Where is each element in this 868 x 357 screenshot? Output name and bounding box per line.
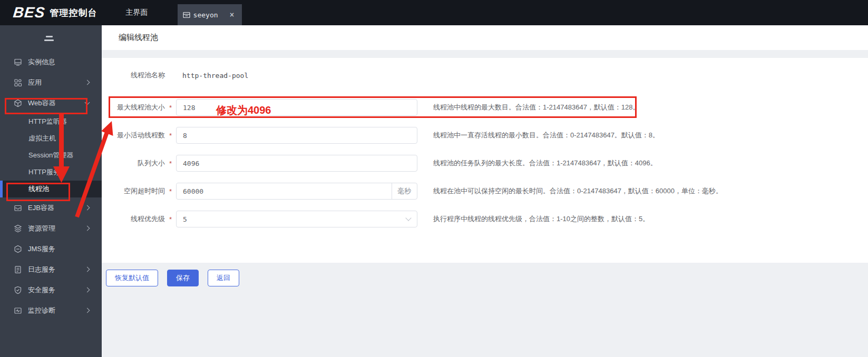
field-label: 线程池名称 (106, 71, 165, 80)
chevron-right-icon (85, 308, 90, 313)
sidebar-item-session-manager[interactable]: Session管理器 (0, 147, 102, 164)
form-row-idle-timeout: 空闲超时时间 * 毫秒 线程在池中可以保持空闲的最长时间。合法值：0-21474… (106, 183, 868, 200)
sidebar-item-label: 线程池 (28, 184, 49, 194)
thread-priority-select[interactable]: 5 (176, 211, 417, 227)
chevron-down-icon (85, 100, 90, 105)
thread-pool-name-value: http-thread-pool (176, 72, 248, 80)
min-active-threads-input[interactable] (176, 127, 417, 144)
sidebar-item-label: JMS服务 (28, 244, 102, 254)
sidebar-item-label: HTTP服务 (28, 167, 60, 177)
cube-icon (14, 99, 22, 107)
sidebar-item-label: 资源管理 (28, 224, 85, 233)
topbar: BES 管理控制台 主界面 seeyon × (0, 0, 868, 25)
tab-seeyon-label: seeyon (193, 11, 228, 19)
form-row-thread-priority: 线程优先级 * 5 执行程序中线程的线程优先级，合法值：1-10之间的整数，默认… (106, 211, 868, 227)
sidebar-menu: 实例信息 应用 Web容器 HTTP监听器 虚拟主机 Session管理器 HT… (0, 48, 102, 321)
sidebar-item-applications[interactable]: 应用 (0, 72, 102, 93)
chevron-down-icon (405, 215, 411, 221)
form-row-name: 线程池名称 http-thread-pool (106, 71, 868, 80)
chevron-right-icon (85, 205, 90, 211)
required-asterisk: * (165, 132, 176, 140)
back-button[interactable]: 返回 (208, 270, 239, 286)
form-row-max-threads: 最大线程池大小 * 线程池中线程的最大数目。合法值：1-2147483647，默… (106, 99, 868, 116)
sidebar-item-label: EJB容器 (28, 203, 85, 213)
sidebar-item-label: 监控诊断 (28, 306, 85, 315)
bes-logo: BES (12, 4, 46, 21)
chevron-right-icon (85, 287, 90, 293)
selected-value: 5 (183, 215, 406, 223)
tab-seeyon[interactable]: seeyon × (178, 4, 242, 25)
page-title: 编辑线程池 (119, 33, 158, 43)
save-button[interactable]: 保存 (167, 270, 199, 286)
sidebar-item-security-service[interactable]: 安全服务 (0, 280, 102, 300)
required-asterisk: * (165, 187, 176, 195)
sidebar: 实例信息 应用 Web容器 HTTP监听器 虚拟主机 Session管理器 HT… (0, 25, 102, 357)
sidebar-item-web-container[interactable]: Web容器 (0, 93, 102, 113)
form-row-min-threads: 最小活动线程数 * 线程池中一直存活线程的最小数目。合法值：0-21474836… (106, 127, 868, 144)
sidebar-item-monitoring-diagnosis[interactable]: 监控诊断 (0, 300, 102, 321)
sidebar-item-label: Session管理器 (28, 151, 73, 160)
edit-thread-pool-form: 线程池名称 http-thread-pool 最大线程池大小 * 线程池中线程的… (102, 58, 868, 263)
required-asterisk: * (165, 160, 176, 167)
app-window-icon (183, 12, 190, 18)
field-description: 线程在池中可以保持空闲的最长时间。合法值：0-2147483647，默认值：60… (433, 186, 723, 196)
sidebar-item-ejb-container[interactable]: EJB容器 (0, 197, 102, 218)
field-description: 线程池中一直存活线程的最小数目。合法值：0-2147483647。默认值：8。 (433, 131, 659, 140)
sidebar-item-instance-info[interactable]: 实例信息 (0, 52, 102, 72)
field-label: 空闲超时时间 (106, 186, 165, 196)
button-row: 恢复默认值 保存 返回 (102, 270, 868, 286)
close-icon[interactable]: × (228, 10, 237, 20)
sidebar-item-http-listener[interactable]: HTTP监听器 (0, 113, 102, 130)
instance-icon (14, 58, 22, 66)
sidebar-item-thread-pool[interactable]: 线程池 (0, 181, 102, 197)
sidebar-item-label: 虚拟主机 (28, 134, 56, 143)
tab-main[interactable]: 主界面 (119, 0, 155, 25)
sidebar-item-label: HTTP监听器 (28, 117, 67, 126)
sidebar-item-label: Web容器 (28, 98, 85, 108)
required-asterisk: * (165, 104, 176, 112)
sidebar-item-log-service[interactable]: 日志服务 (0, 259, 102, 280)
field-label: 最小活动线程数 (106, 131, 165, 140)
sidebar-item-jms-service[interactable]: JMS服务 (0, 239, 102, 259)
apps-grid-icon (14, 78, 22, 87)
restore-defaults-button[interactable]: 恢复默认值 (106, 270, 158, 286)
max-thread-pool-size-input[interactable] (176, 99, 417, 116)
queue-size-input[interactable] (176, 155, 417, 172)
monitor-pulse-icon (14, 306, 22, 315)
sidebar-item-http-service[interactable]: HTTP服务 (0, 164, 102, 181)
field-description: 线程池的任务队列的最大长度。合法值：1-2147483647，默认值：4096。 (433, 158, 657, 168)
layers-icon (14, 224, 22, 233)
chevron-right-icon (85, 267, 90, 272)
required-asterisk: * (165, 215, 176, 223)
document-icon (14, 265, 22, 274)
field-label: 线程优先级 (106, 214, 165, 224)
sidebar-item-label: 日志服务 (28, 265, 85, 274)
page-header: 编辑线程池 (102, 25, 868, 50)
field-description: 执行程序中线程的线程优先级，合法值：1-10之间的整数，默认值：5。 (433, 214, 649, 224)
sidebar-item-virtual-host[interactable]: 虚拟主机 (0, 130, 102, 147)
jms-hexagon-icon (14, 245, 22, 253)
chevron-right-icon (85, 80, 90, 85)
form-row-queue-size: 队列大小 * 线程池的任务队列的最大长度。合法值：1-2147483647，默认… (106, 155, 868, 172)
field-label: 最大线程池大小 (106, 103, 165, 112)
sidebar-item-label: 实例信息 (28, 57, 102, 67)
sidebar-item-label: 安全服务 (28, 285, 85, 295)
shield-icon (14, 286, 22, 294)
envelope-icon (14, 204, 22, 212)
field-label: 队列大小 (106, 158, 165, 168)
main-content: 编辑线程池 线程池名称 http-thread-pool 最大线程池大小 * 线… (102, 25, 868, 357)
unit-suffix-milliseconds: 毫秒 (392, 183, 417, 199)
field-description: 线程池中线程的最大数目。合法值：1-2147483647，默认值：128。 (433, 103, 640, 112)
chevron-right-icon (85, 226, 90, 231)
product-title: 管理控制台 (50, 7, 97, 19)
idle-timeout-input[interactable] (177, 183, 392, 199)
collapse-menu-icon[interactable] (0, 25, 102, 48)
sidebar-item-resource-management[interactable]: 资源管理 (0, 218, 102, 239)
sidebar-item-label: 应用 (28, 78, 85, 87)
